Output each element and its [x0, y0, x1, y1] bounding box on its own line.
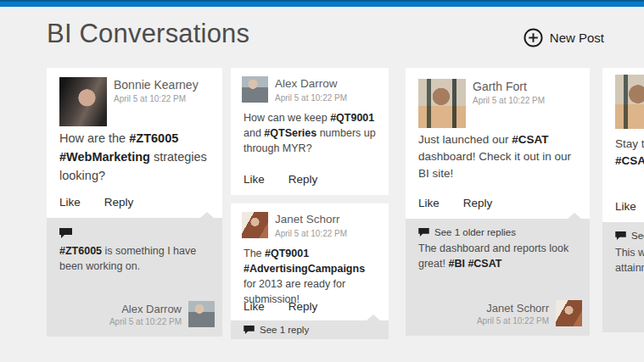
reply-author-name: Janet Schorr	[477, 302, 549, 315]
like-button[interactable]: Like	[244, 173, 265, 186]
see-replies-bar[interactable]: See 1 reply	[231, 320, 389, 339]
column-2: Alex Darrow April 5 at 10:22 PM How can …	[231, 68, 389, 339]
accent-topbar	[0, 0, 644, 7]
like-button[interactable]: Like	[418, 197, 440, 209]
reply-body: The dashboard and reports look great! #B…	[418, 241, 580, 271]
avatar	[556, 300, 582, 326]
post-body: The #QT9001 #AdvertisingCampaigns for 20…	[244, 246, 378, 307]
callout-notch	[568, 213, 581, 219]
post-card: Janet Schorr April 5 at 10:22 PM The #QT…	[231, 203, 389, 320]
reply-timestamp: April 5 at 10:22 PM	[109, 317, 182, 326]
reply-button[interactable]: Reply	[288, 173, 318, 186]
author-name: Janet Schorr	[275, 213, 347, 226]
avatar	[242, 212, 268, 238]
post-timestamp: April 5 at 10:22 PM	[275, 93, 347, 103]
reply-button[interactable]: Reply	[104, 196, 134, 209]
conversation-bonnie: Bonnie Kearney April 5 at 10:22 PM How a…	[47, 68, 222, 337]
comment-icon	[59, 228, 72, 238]
reply-body: This will d attainmen	[615, 245, 644, 276]
page-title: BI Conversations	[47, 19, 249, 49]
comment-icon	[244, 326, 255, 334]
new-post-label: New Post	[550, 31, 604, 45]
conversation-clipped: Stay tun #CSAT s Like See 1 o This will …	[602, 68, 644, 332]
reply-button[interactable]: Reply	[288, 300, 318, 313]
post-body: Stay tun #CSAT s	[615, 136, 644, 170]
post-card: Stay tun #CSAT s Like	[602, 68, 644, 222]
post-timestamp: April 5 at 10:22 PM	[114, 94, 199, 103]
plus-circle-icon	[524, 28, 543, 47]
avatar	[188, 301, 215, 327]
author-name: Alex Darrow	[275, 77, 347, 91]
post-card: Garth Fort April 5 at 10:22 PM Just laun…	[406, 68, 590, 219]
conversation-garth: Garth Fort April 5 at 10:22 PM Just laun…	[406, 68, 590, 336]
comment-icon	[615, 231, 626, 240]
post-card: Alex Darrow April 5 at 10:22 PM How can …	[231, 68, 389, 195]
avatar	[242, 76, 268, 103]
like-button[interactable]: Like	[244, 300, 265, 313]
new-post-button[interactable]: New Post	[524, 28, 604, 47]
post-body: How are the #ZT6005 #WebMarketing strate…	[59, 129, 211, 185]
reply-timestamp: April 5 at 10:22 PM	[477, 316, 549, 326]
replies-panel: See 1 older replies The dashboard and re…	[406, 219, 590, 336]
replies-panel: #ZT6005 is something I have been working…	[47, 218, 222, 337]
post-timestamp: April 5 at 10:22 PM	[275, 229, 347, 238]
like-button[interactable]: Like	[615, 200, 636, 213]
callout-notch	[367, 315, 380, 320]
author-name: Bonnie Kearney	[114, 78, 199, 92]
post-timestamp: April 5 at 10:22 PM	[473, 96, 545, 105]
see-replies-link[interactable]: See 1 older replies	[434, 227, 516, 237]
callout-notch	[200, 212, 214, 218]
reply-body: #ZT6005 is something I have been working…	[59, 243, 212, 274]
avatar	[615, 75, 644, 129]
reply-author-name: Alex Darrow	[109, 303, 182, 315]
avatar	[418, 79, 466, 128]
avatar	[59, 77, 107, 126]
post-body: Just launched our #CSAT dashboard! Check…	[418, 131, 579, 182]
replies-panel: See 1 o This will d attainmen	[602, 222, 644, 332]
see-replies-link[interactable]: See 1 reply	[260, 325, 309, 335]
like-button[interactable]: Like	[59, 196, 81, 209]
author-name: Garth Fort	[473, 80, 545, 93]
post-card: Bonnie Kearney April 5 at 10:22 PM How a…	[47, 68, 222, 218]
see-replies-link[interactable]: See 1 o	[631, 231, 644, 241]
post-body: How can we keep #QT9001 and #QTSeries nu…	[244, 110, 378, 156]
reply-button[interactable]: Reply	[463, 197, 493, 209]
comment-icon	[418, 228, 429, 237]
